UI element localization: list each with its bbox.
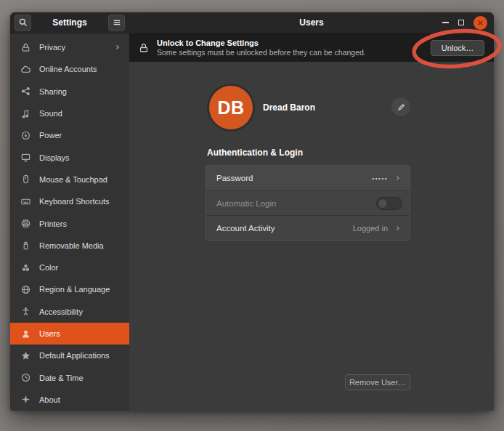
titlebar[interactable]: Users (129, 12, 494, 33)
share-icon (20, 86, 31, 97)
unlock-banner: Unlock to Change Settings Some settings … (129, 33, 494, 62)
sidebar-item-label: Printers (39, 219, 67, 228)
mouse-icon (20, 174, 31, 185)
automatic-login-row: Automatic Login (206, 190, 410, 215)
flash-drive-icon (20, 240, 31, 251)
maximize-button[interactable] (458, 20, 464, 25)
lock-icon (20, 41, 31, 53)
row-label: Password (216, 174, 253, 182)
password-row[interactable]: Password ••••• (206, 166, 410, 190)
sidebar-item-printers[interactable]: Printers (10, 212, 129, 234)
printer-icon (20, 218, 31, 230)
sidebar-item-accessibility[interactable]: Accessibility (10, 301, 129, 323)
password-dots: ••••• (372, 175, 388, 182)
close-icon (477, 20, 484, 26)
toggle-knob (378, 198, 388, 209)
users-icon (20, 328, 31, 339)
sidebar-item-privacy[interactable]: Privacy (10, 36, 129, 58)
power-icon (20, 129, 31, 141)
row-label: Account Activity (216, 224, 275, 233)
pencil-icon (397, 102, 406, 112)
unlock-button[interactable]: Unlock… (431, 40, 484, 56)
sidebar-item-about[interactable]: About (10, 389, 129, 411)
banner-title: Unlock to Change Settings (157, 39, 366, 47)
sidebar-item-region-language[interactable]: Region & Language (10, 278, 129, 300)
sidebar-item-sharing[interactable]: Sharing (10, 81, 129, 102)
sidebar-list: Privacy Online Accounts Sharing Sound Po… (10, 33, 129, 411)
auth-card: Password ••••• Automatic Login Account A… (206, 165, 410, 241)
remove-user-button[interactable]: Remove User… (345, 374, 410, 390)
sidebar-item-label: Privacy (39, 43, 65, 52)
chevron-right-icon (394, 174, 402, 182)
sidebar-item-label: Sound (39, 109, 62, 118)
sidebar-item-removable-media[interactable]: Removable Media (10, 235, 129, 257)
menu-button[interactable] (108, 15, 125, 31)
color-icon (20, 262, 31, 273)
sidebar-app-title: Settings (52, 17, 86, 28)
minimize-icon (442, 22, 449, 23)
sidebar-item-label: Users (39, 329, 60, 338)
chevron-right-icon (113, 43, 122, 52)
edit-name-button[interactable] (391, 97, 410, 116)
sidebar: Settings Privacy Online Accounts Sharing (10, 12, 129, 411)
sidebar-item-label: Accessibility (39, 307, 83, 316)
sidebar-item-label: Keyboard Shortcuts (39, 197, 110, 206)
desktop: { "titlebar": { "settings_title": "Setti… (0, 0, 504, 431)
sidebar-item-date-time[interactable]: Date & Time (10, 366, 129, 388)
close-button[interactable] (473, 16, 487, 30)
settings-window: Settings Privacy Online Accounts Sharing (10, 12, 494, 411)
user-name: Dread Baron (263, 102, 315, 113)
clock-icon (20, 372, 31, 384)
avatar-initials: DB (209, 86, 253, 129)
sidebar-item-label: Date & Time (39, 374, 84, 382)
lock-icon (138, 42, 150, 54)
sidebar-item-label: Displays (39, 153, 70, 162)
keyboard-icon (20, 196, 31, 207)
about-icon (20, 394, 31, 406)
page-title: Users (299, 17, 323, 28)
sidebar-item-power[interactable]: Power (10, 124, 129, 146)
sidebar-item-label: Power (39, 131, 62, 140)
sidebar-item-sound[interactable]: Sound (10, 102, 129, 124)
menu-icon (112, 17, 122, 28)
chevron-right-icon (394, 224, 402, 233)
accessibility-icon (20, 306, 31, 318)
sidebar-item-label: About (39, 395, 60, 404)
main-pane: Users Unlock to Change Settings Some set… (129, 12, 494, 411)
users-content: DB Dread Baron Authentication & Login Pa… (129, 62, 494, 411)
automatic-login-toggle[interactable] (376, 197, 402, 210)
avatar[interactable]: DB (207, 84, 255, 132)
search-icon (18, 17, 28, 28)
search-button[interactable] (15, 15, 31, 31)
sidebar-item-keyboard-shortcuts[interactable]: Keyboard Shortcuts (10, 190, 129, 212)
account-activity-value: Logged in (353, 224, 388, 233)
minimize-button[interactable] (442, 22, 449, 23)
display-icon (20, 152, 31, 164)
sidebar-item-color[interactable]: Color (10, 257, 129, 278)
sidebar-item-label: Removable Media (39, 241, 104, 250)
music-note-icon (20, 108, 31, 119)
cloud-icon (20, 63, 31, 75)
sidebar-item-label: Sharing (39, 87, 67, 96)
sidebar-item-label: Default Applications (39, 351, 110, 360)
sidebar-item-label: Region & Language (39, 285, 110, 294)
globe-icon (20, 283, 31, 295)
sidebar-item-label: Mouse & Touchpad (39, 175, 107, 184)
sidebar-item-users[interactable]: Users (10, 323, 129, 345)
star-icon (20, 350, 31, 361)
auth-section-heading: Authentication & Login (207, 148, 303, 158)
banner-text: Unlock to Change Settings Some settings … (157, 39, 366, 57)
sidebar-item-label: Color (39, 263, 58, 272)
banner-subtitle: Some settings must be unlocked before th… (157, 48, 366, 57)
sidebar-item-online-accounts[interactable]: Online Accounts (10, 58, 129, 80)
window-controls (442, 12, 487, 33)
row-label: Automatic Login (216, 199, 276, 208)
maximize-icon (458, 20, 464, 25)
sidebar-item-default-applications[interactable]: Default Applications (10, 345, 129, 366)
account-activity-row[interactable]: Account Activity Logged in (206, 215, 410, 240)
sidebar-item-mouse-touchpad[interactable]: Mouse & Touchpad (10, 169, 129, 190)
sidebar-item-label: Online Accounts (39, 65, 97, 73)
sidebar-header: Settings (10, 12, 129, 33)
sidebar-item-displays[interactable]: Displays (10, 146, 129, 168)
